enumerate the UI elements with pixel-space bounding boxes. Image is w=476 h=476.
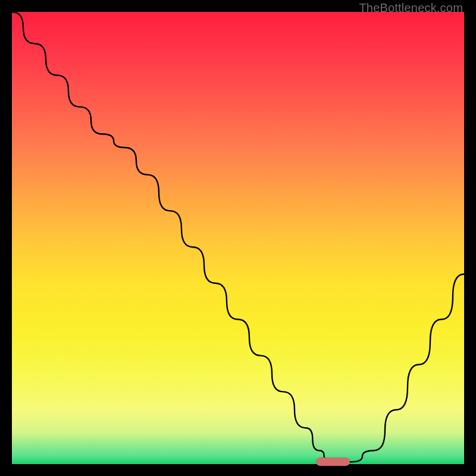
bottleneck-curve bbox=[12, 12, 464, 464]
optimal-marker bbox=[316, 458, 350, 466]
watermark-text: TheBottleneck.com bbox=[359, 1, 463, 15]
curve-path bbox=[12, 12, 464, 462]
chart-frame: TheBottleneck.com bbox=[0, 0, 476, 476]
plot-area bbox=[12, 12, 464, 464]
